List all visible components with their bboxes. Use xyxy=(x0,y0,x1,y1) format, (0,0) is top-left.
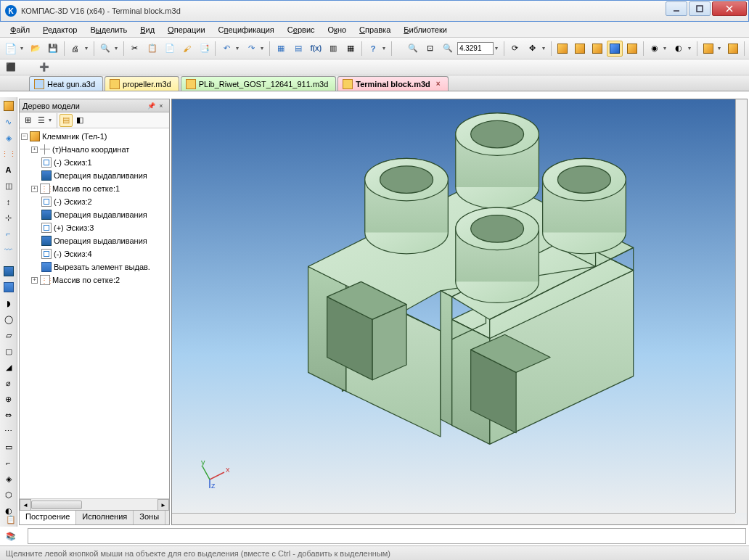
libs-button[interactable]: ▦ xyxy=(343,41,359,57)
tree-item[interactable]: (-) Эскиз:4 xyxy=(21,247,168,260)
panel-close-icon[interactable]: × xyxy=(156,101,166,111)
tool-sketch[interactable]: ∿ xyxy=(1,115,16,129)
3d-viewport[interactable]: x y z xyxy=(171,99,748,525)
menu-file[interactable]: Файл xyxy=(4,24,36,36)
tree-item[interactable]: (+) Эскиз:3 xyxy=(21,221,168,234)
expand-icon[interactable]: + xyxy=(31,147,38,153)
tab-close-icon[interactable]: × xyxy=(436,80,441,88)
scroll-right-icon[interactable]: ► xyxy=(157,499,169,511)
model-tree[interactable]: − Клеммник (Тел-1) +(т)Начало координат(… xyxy=(20,128,169,498)
orient1-button[interactable] xyxy=(554,41,570,57)
tab-heat-gun[interactable]: Heat gun.a3d xyxy=(29,76,103,91)
properties-button[interactable]: 📑 xyxy=(197,41,213,57)
viewport-vscroll[interactable] xyxy=(735,99,747,513)
tree-item[interactable]: +Массив по сетке:2 xyxy=(21,273,168,287)
viewport-hscroll[interactable] xyxy=(172,513,735,524)
format-button[interactable]: 🖌 xyxy=(179,41,195,57)
tree-item[interactable]: (-) Эскиз:2 xyxy=(21,195,168,208)
maximize-button[interactable] xyxy=(689,1,711,16)
wireframe-button[interactable] xyxy=(624,41,640,57)
tree-mode3[interactable]: ▤ xyxy=(60,114,73,127)
tree-item[interactable]: Операция выдавливания xyxy=(21,169,168,182)
copy-button[interactable]: 📋 xyxy=(144,41,160,57)
menu-window[interactable]: Окно xyxy=(322,24,353,36)
zoom-fit-button[interactable]: 🔍 xyxy=(405,41,421,57)
paste-button[interactable]: 📄 xyxy=(162,41,178,57)
section-button[interactable]: ◐ xyxy=(671,41,687,57)
tool-draft[interactable]: ◢ xyxy=(1,360,16,374)
panel-tab-build[interactable]: Построение xyxy=(20,511,76,524)
minimize-button[interactable] xyxy=(666,1,687,16)
rotate-button[interactable]: ⟳ xyxy=(507,41,523,57)
create-button[interactable]: ➕ xyxy=(36,59,52,75)
persp-button[interactable]: ◉ xyxy=(647,41,663,57)
tab-terminal-block[interactable]: Terminal block.m3d × xyxy=(337,76,448,91)
pin-icon[interactable]: 📌 xyxy=(146,101,156,111)
tool-pattern[interactable]: ⋯ xyxy=(1,424,16,438)
print-button[interactable]: 🖨 xyxy=(67,41,83,57)
zoom-window-button[interactable]: ⊡ xyxy=(422,41,438,57)
open-button[interactable]: 📂 xyxy=(28,41,44,57)
tree-item[interactable]: Операция выдавливания xyxy=(21,208,168,221)
tool-array[interactable]: ⋮⋮ xyxy=(1,147,16,161)
zoom-input[interactable] xyxy=(457,42,494,55)
pan-button[interactable]: ✥ xyxy=(525,41,541,57)
tab-plib[interactable]: PLib_Riwet_GOST_12641_911.m3d xyxy=(181,76,337,91)
tool-aux[interactable]: ◫ xyxy=(1,178,16,193)
tree-item[interactable]: +(т)Начало координат xyxy=(21,143,168,156)
tree-mode1[interactable]: ⊞ xyxy=(21,114,34,127)
tool-mirror[interactable]: ⇔ xyxy=(1,408,16,422)
panel-header[interactable]: Дерево модели 📌 × xyxy=(20,99,169,112)
save-button[interactable]: 💾 xyxy=(45,41,61,57)
menu-libraries[interactable]: Библиотеки xyxy=(398,24,453,36)
hide-button[interactable] xyxy=(700,41,716,57)
tool-fillet[interactable]: ◗ xyxy=(1,296,16,310)
expand-icon[interactable]: + xyxy=(31,277,38,284)
tree-item[interactable]: (-) Эскиз:1 xyxy=(21,156,168,169)
menu-service[interactable]: Сервис xyxy=(282,24,321,36)
tool-thread[interactable]: ⌀ xyxy=(1,376,16,390)
tool-bend[interactable]: ⌐ xyxy=(1,456,16,470)
expand-icon[interactable]: − xyxy=(21,133,28,140)
tool-hole[interactable]: ◯ xyxy=(1,312,16,326)
orient3-button[interactable] xyxy=(589,41,605,57)
menu-help[interactable]: Справка xyxy=(353,24,396,36)
menu-spec[interactable]: Спецификация xyxy=(213,24,280,36)
tree-item[interactable]: +Массив по сетке:1 xyxy=(21,182,168,195)
tree-item[interactable]: Вырезать элемент выдав. xyxy=(21,260,168,273)
tool-misc1[interactable]: ◈ xyxy=(1,472,16,486)
message-panel[interactable] xyxy=(28,528,746,544)
tool-boolean[interactable]: ⊕ xyxy=(1,392,16,406)
tool-dim[interactable]: ↕ xyxy=(1,194,16,209)
close-button[interactable] xyxy=(712,1,747,16)
tree-root[interactable]: − Клеммник (Тел-1) xyxy=(21,130,168,143)
rebuild-button[interactable] xyxy=(725,41,741,57)
tree-hscroll[interactable]: ◄ ► xyxy=(20,498,169,510)
lib-button[interactable]: 📚 xyxy=(3,529,19,544)
menu-select[interactable]: Выделить xyxy=(84,24,133,36)
scroll-left-icon[interactable]: ◄ xyxy=(20,499,31,511)
scroll-thumb[interactable] xyxy=(31,501,82,509)
redo-button[interactable]: ↷ xyxy=(243,41,259,57)
vars-button[interactable]: ▤ xyxy=(290,41,306,57)
tool-curve[interactable]: ⌐ xyxy=(1,226,16,241)
shaded-button[interactable] xyxy=(607,41,623,57)
tool-cut[interactable] xyxy=(1,280,16,295)
panel-tab-zones[interactable]: Зоны xyxy=(134,511,165,524)
help-button[interactable]: ? xyxy=(365,41,381,57)
tool-extrude[interactable] xyxy=(1,264,16,279)
orient2-button[interactable] xyxy=(572,41,588,57)
tool-shell[interactable]: ▢ xyxy=(1,344,16,358)
msgpanel-button[interactable]: 📋 xyxy=(3,512,19,527)
manager-button[interactable]: ▦ xyxy=(273,41,289,57)
zoom-scale-button[interactable]: 🔍 xyxy=(440,41,456,57)
tool-surface[interactable]: ◈ xyxy=(1,131,16,145)
tool-axis[interactable]: ⊹ xyxy=(1,210,16,225)
tree-mode2[interactable]: ☰ xyxy=(35,114,48,127)
tool-text[interactable]: A xyxy=(1,162,16,177)
cut-button[interactable]: ✂ xyxy=(127,41,143,57)
tree-item[interactable]: Операция выдавливания xyxy=(21,234,168,247)
menu-view[interactable]: Вид xyxy=(134,24,160,36)
tree-mode4[interactable]: ◧ xyxy=(73,114,86,127)
tab-propeller[interactable]: propeller.m3d xyxy=(105,76,179,91)
